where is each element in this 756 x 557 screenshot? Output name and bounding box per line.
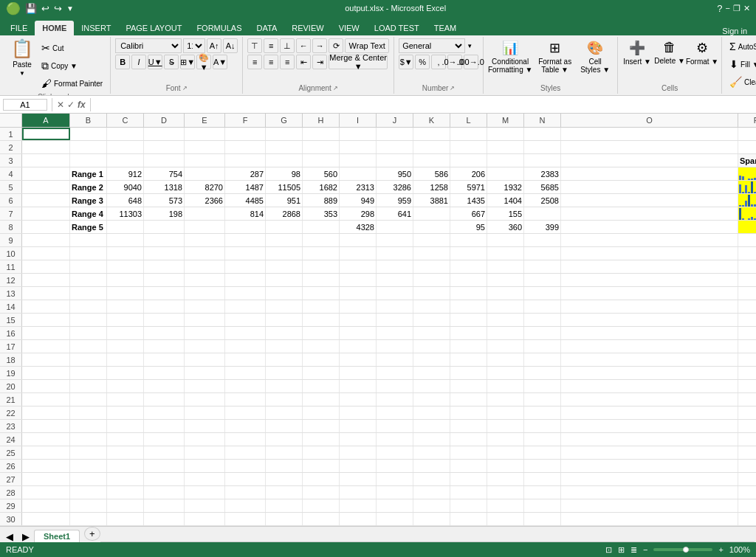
cell-O20[interactable] [561,380,738,392]
cell-O14[interactable] [561,300,738,313]
cell-C25[interactable] [107,446,144,459]
cell-N27[interactable] [524,473,561,485]
cell-B23[interactable] [70,420,107,432]
sheet-tab-sheet1[interactable]: Sheet1 [34,530,80,542]
cell-K20[interactable] [413,380,450,392]
cell-A4[interactable] [22,167,70,180]
cell-N2[interactable] [524,141,561,153]
paste-btn[interactable]: 📋 Paste ▼ [7,38,37,77]
cell-M29[interactable] [487,499,524,512]
cell-A9[interactable] [22,234,70,246]
cell-H23[interactable] [303,420,340,432]
cell-I1[interactable] [340,128,377,140]
cell-J2[interactable] [377,141,413,153]
cell-P1[interactable] [738,128,756,140]
cell-K3[interactable] [413,154,450,167]
cell-E6[interactable]: 2366 [185,194,225,207]
cell-N7[interactable] [524,207,561,220]
cell-G29[interactable] [266,499,303,512]
cell-D3[interactable] [144,154,185,167]
cell-M27[interactable] [487,473,524,485]
cell-A2[interactable] [22,141,70,153]
cell-D30[interactable] [144,513,185,525]
cell-D11[interactable] [144,260,185,273]
cell-H2[interactable] [303,141,340,153]
cell-H14[interactable] [303,300,340,313]
cell-J1[interactable] [377,128,413,140]
cell-L11[interactable] [450,260,487,273]
cell-B27[interactable] [70,473,107,485]
copy-btn[interactable]: ⧉Copy ▼ [38,58,106,74]
cell-K28[interactable] [413,486,450,499]
cell-M4[interactable] [487,167,524,180]
cell-H20[interactable] [303,380,340,392]
cell-O28[interactable] [561,486,738,499]
cell-M22[interactable] [487,406,524,419]
cell-F28[interactable] [225,486,266,499]
cell-A11[interactable] [22,260,70,273]
cell-D20[interactable] [144,380,185,392]
cell-N6[interactable]: 2508 [524,194,561,207]
cell-O15[interactable] [561,314,738,326]
wrap-indent-right-btn[interactable]: → [312,38,327,53]
cell-M6[interactable]: 1404 [487,194,524,207]
cell-H5[interactable]: 1682 [303,181,340,193]
cell-F6[interactable]: 4485 [225,194,266,207]
conditional-formatting-btn[interactable]: 📊 ConditionalFormatting ▼ [488,38,532,75]
restore-btn[interactable]: ❐ [733,4,740,13]
cell-B30[interactable] [70,513,107,525]
cell-K25[interactable] [413,446,450,459]
cell-D27[interactable] [144,473,185,485]
cell-O8[interactable] [561,221,738,233]
cell-F16[interactable] [225,327,266,339]
cell-I16[interactable] [340,327,377,339]
cell-P29[interactable] [738,499,756,512]
cell-B14[interactable] [70,300,107,313]
cell-K15[interactable] [413,314,450,326]
cell-I4[interactable] [340,167,377,180]
cell-H22[interactable] [303,406,340,419]
currency-btn[interactable]: $▼ [399,55,413,69]
cell-I24[interactable] [340,433,377,446]
cell-C24[interactable] [107,433,144,446]
number-format-select[interactable]: General [399,38,465,53]
cell-A29[interactable] [22,499,70,512]
cell-E12[interactable] [185,274,225,286]
cell-L10[interactable] [450,247,487,260]
cell-F2[interactable] [225,141,266,153]
cell-J20[interactable] [377,380,413,392]
cell-G10[interactable] [266,247,303,260]
align-center-btn[interactable]: ≡ [264,55,278,69]
cell-B9[interactable] [70,234,107,246]
format-btn[interactable]: ⚙ Format ▼ [687,38,717,67]
cell-G20[interactable] [266,380,303,392]
cell-B1[interactable] [70,128,107,140]
tab-formulas[interactable]: FORMULAS [189,21,249,35]
cell-F1[interactable] [225,128,266,140]
cell-G11[interactable] [266,260,303,273]
cell-C29[interactable] [107,499,144,512]
cell-M1[interactable] [487,128,524,140]
cell-J8[interactable] [377,221,413,233]
cell-E2[interactable] [185,141,225,153]
cell-K21[interactable] [413,393,450,406]
cell-E7[interactable] [185,207,225,220]
cell-K10[interactable] [413,247,450,260]
cell-N5[interactable]: 5685 [524,181,561,193]
name-box[interactable] [3,99,47,111]
normal-view-btn[interactable]: ⊡ [605,545,612,555]
cell-L12[interactable] [450,274,487,286]
cell-D18[interactable] [144,353,185,366]
cell-E24[interactable] [185,433,225,446]
cell-C28[interactable] [107,486,144,499]
strikethrough-btn[interactable]: S̶ [164,55,179,69]
cell-M11[interactable] [487,260,524,273]
cell-D19[interactable] [144,367,185,379]
cell-D5[interactable]: 1318 [144,181,185,193]
cell-C26[interactable] [107,460,144,472]
cell-G27[interactable] [266,473,303,485]
cell-B19[interactable] [70,367,107,379]
cell-N18[interactable] [524,353,561,366]
decrease-decimal-btn[interactable]: .00→.0 [464,55,478,69]
cell-G28[interactable] [266,486,303,499]
